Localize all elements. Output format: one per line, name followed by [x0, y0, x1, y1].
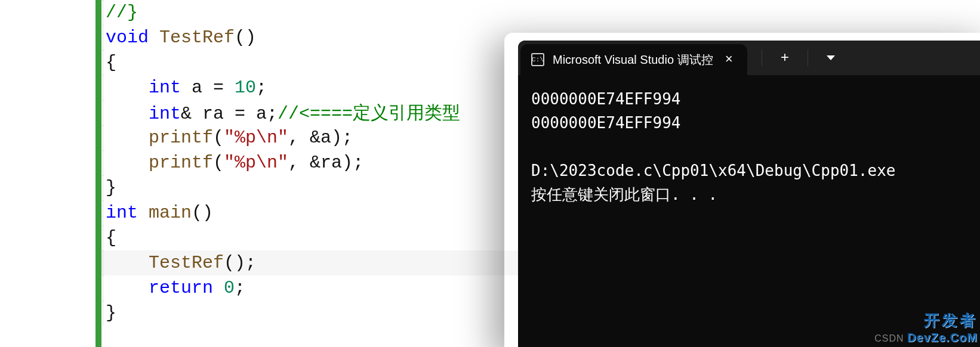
code-text[interactable]: return 0;	[103, 278, 245, 298]
watermark: 开发者 CSDN DevZe.CoM	[874, 310, 978, 345]
tab-dropdown-button[interactable]	[819, 46, 843, 70]
code-text[interactable]: }	[103, 303, 116, 323]
terminal-titlebar: C:\ Microsoft Visual Studio 调试控 × +	[518, 41, 980, 75]
gutter	[0, 0, 101, 347]
code-text[interactable]: {	[103, 228, 116, 248]
terminal-window[interactable]: C:\ Microsoft Visual Studio 调试控 × + 0000…	[518, 41, 980, 347]
code-text[interactable]: int a = 10;	[103, 78, 267, 98]
terminal-output[interactable]: 0000000E74EFF994 0000000E74EFF994 D:\202…	[518, 75, 980, 218]
code-text[interactable]: //}	[103, 2, 138, 23]
chevron-down-icon	[827, 55, 835, 60]
code-text[interactable]: int main()	[103, 203, 213, 223]
separator	[808, 49, 808, 66]
code-text[interactable]: TestRef();	[103, 253, 256, 273]
code-text[interactable]: }	[103, 178, 116, 198]
code-text[interactable]: printf("%p\n", &ra);	[103, 153, 363, 173]
code-text[interactable]: void TestRef()	[103, 27, 256, 48]
new-tab-button[interactable]: +	[773, 46, 797, 70]
watermark-bottom: CSDN DevZe.CoM	[874, 331, 978, 345]
code-line[interactable]: 78//}	[0, 0, 980, 25]
code-text[interactable]: printf("%p\n", &a);	[103, 128, 353, 148]
close-tab-button[interactable]: ×	[722, 50, 736, 70]
titlebar-actions: +	[762, 41, 843, 75]
terminal-tab-title: Microsoft Visual Studio 调试控	[553, 52, 713, 68]
separator	[762, 49, 762, 66]
change-marker-bar	[95, 0, 101, 347]
watermark-top: 开发者	[874, 310, 978, 331]
terminal-tab[interactable]: C:\ Microsoft Visual Studio 调试控 ×	[520, 44, 747, 75]
code-text[interactable]: {	[103, 52, 116, 73]
terminal-icon: C:\	[531, 53, 544, 66]
code-text[interactable]: int& ra = a;//<====定义引用类型	[103, 101, 460, 125]
